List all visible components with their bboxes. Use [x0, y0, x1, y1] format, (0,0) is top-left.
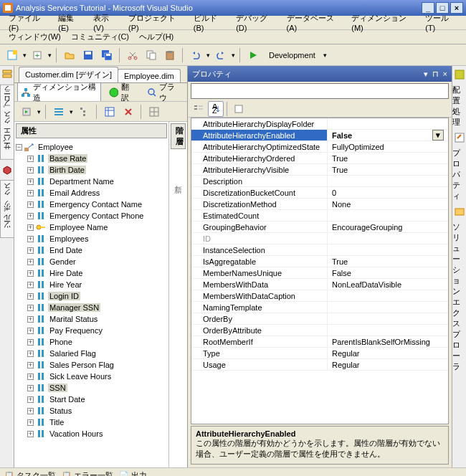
property-pages-button[interactable] [231, 101, 247, 117]
paste-button[interactable] [162, 47, 178, 63]
open-button[interactable] [62, 47, 77, 63]
property-value[interactable]: True [328, 153, 448, 164]
errorlist-tab[interactable]: 📋 エラー一覧 [62, 470, 113, 476]
property-value[interactable] [328, 325, 448, 336]
pin-icon[interactable]: ⊓ [432, 70, 439, 79]
property-row[interactable]: AttributeHierarchyOrderedTrue [191, 153, 448, 164]
tree-item[interactable]: +Phone [16, 336, 164, 348]
menu-community[interactable]: コミュニティ(C) [67, 31, 133, 43]
property-value[interactable] [328, 244, 448, 256]
menu-help[interactable]: ヘルプ(H) [135, 31, 178, 43]
property-row[interactable]: MembersWithDataCaption [191, 290, 448, 302]
property-row[interactable]: IsAggregatableTrue [191, 256, 448, 267]
cut-button[interactable] [125, 47, 141, 63]
tree-item[interactable]: +Gender [16, 256, 164, 267]
tree-item[interactable]: +Hire Year [16, 279, 164, 290]
property-row[interactable]: OrderByAttribute [191, 325, 448, 336]
property-value[interactable] [328, 176, 448, 187]
property-row[interactable]: AttributeHierarchyDisplayFolder [191, 118, 448, 130]
solution-tab[interactable]: ソリューション エクスプローラ [452, 222, 466, 372]
output-tab[interactable]: 📄 出力 [119, 470, 147, 476]
undo-button[interactable] [188, 47, 204, 63]
properties-tab[interactable]: プロパティ [452, 148, 466, 201]
tree-item[interactable]: +Salaried Flag [16, 348, 164, 359]
menu-tools[interactable]: ツール(T) [421, 12, 462, 33]
menu-file[interactable]: ファイル(F) [4, 12, 52, 33]
menu-project[interactable]: プロジェクト(P) [124, 12, 188, 33]
redo-button[interactable] [213, 47, 229, 63]
property-row[interactable]: Description [191, 176, 448, 187]
solution-icon[interactable] [454, 206, 465, 217]
property-row[interactable]: InstanceSelection [191, 244, 448, 256]
property-row[interactable]: AttributeHierarchyOptimizedStateFullyOpt… [191, 141, 448, 153]
property-value[interactable]: False [328, 267, 448, 279]
process-button[interactable] [19, 104, 34, 120]
property-value[interactable]: Regular [328, 348, 448, 359]
property-row[interactable]: TypeRegular [191, 348, 448, 359]
save-button[interactable] [80, 47, 96, 63]
property-value[interactable]: NonLeafDataVisible [328, 279, 448, 290]
properties-object-selector[interactable] [191, 83, 449, 99]
property-value[interactable] [328, 233, 448, 244]
dropdown-icon[interactable]: ▾ [424, 70, 428, 79]
property-row[interactable]: DiscretizationBucketCount0 [191, 187, 448, 199]
tasklist-tab[interactable]: 📋 タスク一覧 [4, 470, 56, 476]
tree-item[interactable]: +Pay Frequency [16, 325, 164, 336]
save-all-button[interactable] [99, 47, 115, 63]
property-value[interactable]: 0 [328, 187, 448, 199]
subtab-browse[interactable]: ブラウ [143, 83, 184, 102]
menu-build[interactable]: ビルド(B) [189, 12, 230, 33]
deploy-tab[interactable]: 配置処理 [452, 85, 466, 128]
tree-root[interactable]: −Employee [16, 141, 164, 153]
tree-item[interactable]: +Emergency Contact Phone [16, 210, 164, 222]
tree-item[interactable]: +End Date [16, 244, 164, 256]
delete-button[interactable] [120, 104, 136, 120]
tab-customer[interactable]: Customer.dim [デザイン] [19, 67, 118, 82]
properties-titlebar[interactable]: プロパティ ▾ ⊓ × [188, 66, 452, 82]
tree-item[interactable]: +Emergency Contact Name [16, 199, 164, 210]
server-explorer-tab[interactable]: サーバー エクスプローラ [0, 85, 14, 160]
tree-item[interactable]: +Start Date [16, 394, 164, 405]
property-value[interactable] [328, 313, 448, 325]
tree-item[interactable]: +Manager SSN [16, 302, 164, 313]
config-dropdown[interactable]: Development [264, 49, 320, 62]
tree-item[interactable]: +Status [16, 405, 164, 416]
copy-button[interactable] [143, 47, 159, 63]
add-item-button[interactable]: + [29, 47, 45, 63]
property-row[interactable]: EstimatedCount [191, 210, 448, 222]
tree-item[interactable]: +Marital Status [16, 313, 164, 325]
tree-item[interactable]: +Hire Date [16, 267, 164, 279]
property-row[interactable]: OrderBy [191, 313, 448, 325]
property-value[interactable]: ParentIsBlankSelfOrMissing [328, 336, 448, 348]
tree-item[interactable]: +Sales Person Flag [16, 359, 164, 371]
property-value[interactable]: EncourageGrouping [328, 222, 448, 233]
subtab-structure[interactable]: ディメンション構造 [17, 83, 101, 102]
properties-icon[interactable] [454, 132, 465, 143]
tree-item[interactable]: +Birth Date [16, 164, 164, 176]
view-tree-button[interactable] [76, 104, 92, 120]
tree-item[interactable]: +Department Name [16, 176, 164, 187]
property-row[interactable]: RootMemberIfParentIsBlankSelfOrMissing [191, 336, 448, 348]
tree-item[interactable]: +Base Rate [16, 153, 164, 164]
menu-view[interactable]: 表示(V) [89, 12, 123, 33]
menu-dimension[interactable]: ディメンション(M) [347, 12, 419, 33]
menu-edit[interactable]: 編集(E) [54, 12, 87, 33]
property-value[interactable] [328, 210, 448, 222]
property-value[interactable]: None [328, 199, 448, 210]
show-grid-button[interactable] [146, 104, 162, 120]
tree-item[interactable]: +Login ID [16, 290, 164, 302]
property-row[interactable]: GroupingBehaviorEncourageGrouping [191, 222, 448, 233]
property-row[interactable]: UsageRegular [191, 359, 448, 371]
property-value[interactable]: True [328, 256, 448, 267]
subtab-translation[interactable]: 翻訳 [105, 83, 139, 102]
view-list-button[interactable] [51, 104, 67, 120]
alphabetical-button[interactable]: AZ [208, 101, 224, 117]
close-panel-icon[interactable]: × [443, 70, 447, 79]
tree-item[interactable]: +Sick Leave Hours [16, 371, 164, 382]
property-value[interactable] [328, 118, 448, 130]
server-explorer-icon[interactable] [1, 69, 13, 80]
tab-employee[interactable]: Employee.dim [118, 69, 181, 82]
deploy-icon[interactable] [454, 69, 465, 80]
property-row[interactable]: DiscretizationMethodNone [191, 199, 448, 210]
tree-item[interactable]: +SSN [16, 382, 164, 394]
